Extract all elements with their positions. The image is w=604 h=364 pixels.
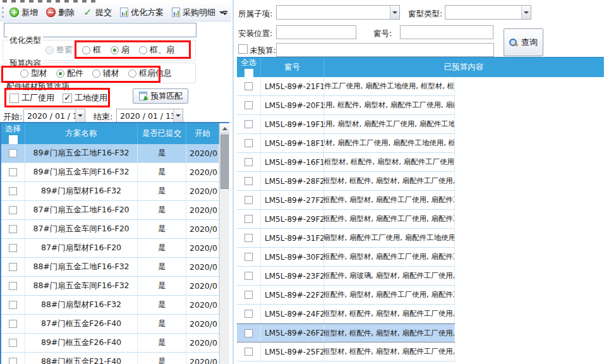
row-checkbox[interactable] <box>245 82 253 90</box>
window-table-row[interactable]: LM5L-89#-18F16框辅材工厂使用, 扇型材, 扇配件工厂使用, 扇配件… <box>237 134 455 153</box>
budget-content-option-2[interactable]: 辅材 <box>92 68 119 79</box>
install-position-input[interactable] <box>276 25 356 39</box>
window-type-dropdown-button[interactable] <box>521 6 531 19</box>
optimize-type-option-1[interactable]: 框 <box>82 44 101 56</box>
row-checkbox[interactable] <box>9 225 17 233</box>
row-checkbox[interactable] <box>9 358 17 364</box>
row-checkbox[interactable] <box>245 177 253 185</box>
plan-table-row[interactable]: 87#门扇五金车间F16-F20是2020/0 <box>1 220 219 239</box>
window-table-row[interactable]: LM5L-89#-31F29框型材, 框配件, 扇型材, 扇配件工厂使用, 扇配… <box>237 229 455 248</box>
row-checkbox[interactable] <box>245 348 253 356</box>
window-table-row[interactable]: LM5L-89#-25F23扇玻璃, 框玻璃, 框型材, 框配件, 扇型材, 扇… <box>237 343 455 361</box>
window-check-cell <box>237 343 261 361</box>
plan-table-row[interactable]: 88#门框五金F21-F40是2020/0 <box>1 353 219 364</box>
budget-match-button[interactable]: 预算匹配 <box>133 88 188 104</box>
toolbar-overflow-button[interactable] <box>220 6 229 19</box>
window-check-cell <box>237 305 261 323</box>
row-checkbox[interactable] <box>245 234 253 242</box>
window-type-select[interactable] <box>445 5 531 20</box>
row-checkbox[interactable] <box>245 310 253 318</box>
toolbar-button-label: 新增 <box>21 7 38 18</box>
window-table-row[interactable]: LM5L-89#-21F19扇型材, 扇配件工厂使用, 扇配件工地使用, 框型材… <box>237 77 455 96</box>
row-checkbox[interactable] <box>245 215 253 223</box>
row-checkbox[interactable] <box>245 329 253 337</box>
optimize-type-option-2[interactable]: 扇 <box>111 44 130 56</box>
chevron-down-icon <box>524 11 529 14</box>
plan-table-row[interactable]: 89#门扇五金车间F16-F32是2020/0 <box>1 163 219 182</box>
end-date-dropdown-button[interactable] <box>173 109 183 122</box>
usage-option-1[interactable]: 工地使用 <box>63 92 107 104</box>
sub-item-select[interactable] <box>276 5 400 20</box>
plan-table-row[interactable]: 89#门扇五金工地F16-F32是2020/0 <box>1 144 219 163</box>
submit-button[interactable]: ✓提交 <box>80 6 115 20</box>
panel-splitter[interactable] <box>233 0 234 364</box>
window-table-row[interactable]: LM5L-89#-20F18框型材, 框辅材工厂使用, 框配件, 扇型材, 扇配… <box>237 96 455 115</box>
plan-table-row[interactable]: 89#门框五金F26-F40是2020/0 <box>1 334 219 353</box>
plan-table-row[interactable]: 87#门扇型材F16-F20是2020/0 <box>1 239 219 258</box>
plan-table-row[interactable]: 89#门扇型材F16-F32是2020/0 <box>1 182 219 201</box>
row-checkbox[interactable] <box>9 168 17 176</box>
row-checkbox[interactable] <box>9 206 17 214</box>
row-checkbox[interactable] <box>9 149 17 157</box>
window-table-row[interactable]: LM5L-89#-23F21框玻璃, 框型材, 框配件, 扇玻璃, 扇型材, 扇… <box>237 267 455 286</box>
purchase-detail-button[interactable]: 采购明细 <box>169 6 227 20</box>
budget-content-option-1[interactable]: 配件 <box>56 68 83 79</box>
plan-table-row[interactable]: 87#门框五金F26-F40是2020/0 <box>1 315 219 334</box>
query-button-label: 查询 <box>521 37 538 48</box>
budget-content-header: 已预算内容 <box>324 58 604 77</box>
plan-table-row[interactable]: 88#门扇五金工地F16-F32是2020/0 <box>1 258 219 277</box>
row-checkbox[interactable] <box>9 282 17 290</box>
window-table-row[interactable]: LM5L-89#-27F25框玻璃, 框型材, 框配件, 扇型材, 扇配件工厂使… <box>237 191 455 210</box>
row-checkbox[interactable] <box>9 263 17 271</box>
window-table-row[interactable]: LM5L-89#-29F27框玻璃, 框型材, 框配件, 扇型材, 扇配件工厂使… <box>237 210 455 229</box>
window-type-label: 窗型类型: <box>408 9 442 20</box>
row-checkbox[interactable] <box>245 253 253 261</box>
no-budget-input[interactable] <box>276 43 494 57</box>
row-checkbox[interactable] <box>9 339 17 347</box>
plan-table-scrollbar[interactable] <box>219 123 229 364</box>
window-no-input[interactable] <box>400 25 493 39</box>
start-date-dropdown-button[interactable] <box>75 109 85 122</box>
add-button[interactable]: +新增 <box>6 6 41 20</box>
budget-content-option-3[interactable]: 框扇信息 <box>128 68 172 79</box>
plan-table-row[interactable]: 87#门扇五金工地F16-F20是2020/0 <box>1 201 219 220</box>
cropped-title-strip <box>3 0 97 3</box>
optimize-plan-button[interactable]: 优化方案 <box>117 6 167 20</box>
window-select-all-checkbox[interactable] <box>245 69 253 77</box>
optimize-type-option-label: 框 <box>93 44 101 56</box>
row-checkbox[interactable] <box>245 272 253 280</box>
end-date-picker[interactable]: 2020 / 01 / 13 <box>116 109 183 123</box>
scroll-up-button[interactable] <box>220 123 229 134</box>
scrollbar-thumb[interactable] <box>220 135 229 189</box>
row-checkbox[interactable] <box>245 120 253 128</box>
row-checkbox[interactable] <box>245 101 253 109</box>
row-checkbox[interactable] <box>245 291 253 299</box>
row-checkbox[interactable] <box>9 320 17 328</box>
plan-name-cell: 87#门框五金F26-F40 <box>25 315 138 333</box>
plan-table-row[interactable]: 88#门扇型材F16-F32是2020/0 <box>1 296 219 315</box>
window-table-row[interactable]: LM5L-89#-16F15框辅材工厂使用, 框型材, 框配件, 扇型材, 扇配… <box>237 153 455 172</box>
row-checkbox[interactable] <box>245 158 253 166</box>
plan-name-cell: 88#门扇型材F16-F32 <box>25 296 138 314</box>
sub-item-dropdown-button[interactable] <box>390 6 399 19</box>
row-checkbox[interactable] <box>9 301 17 309</box>
plan-select-all-checkbox[interactable] <box>9 135 18 144</box>
window-table-row[interactable]: LM5L-89#-26F24扇玻璃, 框玻璃, 框型材, 框配件, 扇型材, 扇… <box>237 324 455 343</box>
optimize-type-option-3[interactable]: 框、扇 <box>139 44 174 56</box>
window-table-row[interactable]: LM5L-89#-19F17框型材, 框辅材工厂使用, 扇型材, 扇配件工厂使用… <box>237 115 455 134</box>
row-checkbox[interactable] <box>245 139 253 147</box>
window-table-row[interactable]: LM5L-89#-30F28框玻璃, 框型材, 框配件, 扇型材, 扇配件工厂使… <box>237 248 455 267</box>
budget-content-option-0[interactable]: 型材 <box>20 68 47 79</box>
window-table-row[interactable]: LM5L-89#-22F20框玻璃, 框型材, 框配件, 扇型材, 扇配件工厂使… <box>237 286 455 305</box>
no-budget-checkbox[interactable] <box>238 44 248 54</box>
row-checkbox[interactable] <box>9 244 17 252</box>
window-table-row[interactable]: LM5L-89#-24F22扇玻璃, 框玻璃, 框型材, 框配件, 扇型材, 扇… <box>237 305 455 324</box>
query-button[interactable]: 查询 <box>504 28 543 56</box>
start-date-picker[interactable]: 2020 / 01 / 1 <box>23 109 85 123</box>
plan-table-row[interactable]: 88#门扇五金车间F16-F32是2020/0 <box>1 277 219 296</box>
row-checkbox[interactable] <box>245 196 253 204</box>
window-table-row[interactable]: LM5L-89#-28F26扇玻璃, 框玻璃, 框型材, 框配件, 扇型材, 扇… <box>237 172 455 191</box>
delete-button[interactable]: −删除 <box>43 6 78 20</box>
row-checkbox[interactable] <box>9 187 17 195</box>
usage-option-0[interactable]: 工厂使用 <box>9 92 54 104</box>
